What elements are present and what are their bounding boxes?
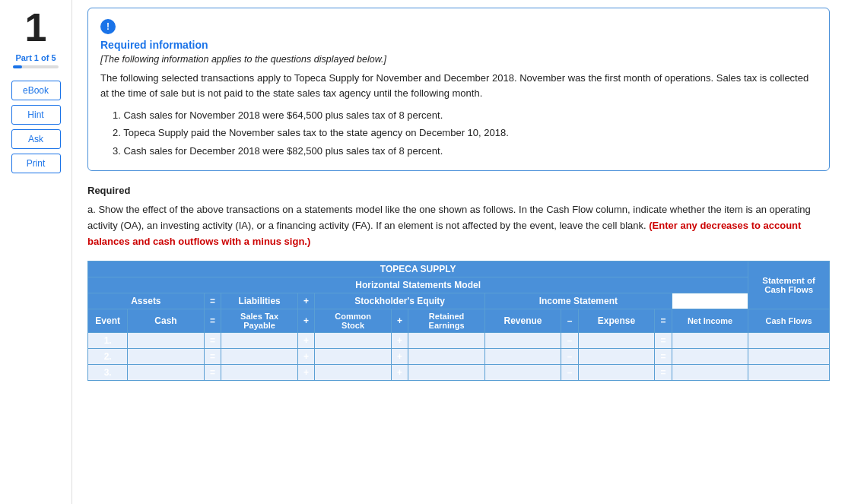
common-stock-field-3[interactable] <box>318 367 387 378</box>
plus-3b: + <box>391 364 408 380</box>
event-3: 3. <box>88 364 128 380</box>
revenue-field-3[interactable] <box>488 367 558 378</box>
revenue-input-1[interactable] <box>484 332 561 348</box>
cashflow-field-3[interactable] <box>751 367 826 378</box>
th-liabilities: Liabilities <box>221 293 297 309</box>
statements-table: TOPECA SUPPLY Statement of Cash Flows Ho… <box>87 261 830 381</box>
table-row: 3. = + + – = <box>88 364 830 380</box>
cash-field-3[interactable] <box>131 367 200 378</box>
revenue-field-2[interactable] <box>488 351 558 362</box>
main-content: ! Required information [The following in… <box>72 0 845 504</box>
required-section: Required a. Show the effect of the above… <box>87 185 830 249</box>
eq-3b: = <box>655 364 672 380</box>
plus-1: + <box>297 332 315 348</box>
expense-field-2[interactable] <box>582 351 651 362</box>
sales-tax-field-1[interactable] <box>224 335 294 346</box>
cashflow-input-1[interactable] <box>748 332 830 348</box>
common-stock-input-2[interactable] <box>315 348 391 364</box>
common-stock-field-1[interactable] <box>318 335 387 346</box>
info-body: The following selected transactions appl… <box>100 71 817 100</box>
th-cash-flows-sub: Cash Flows <box>748 309 830 332</box>
part-label: Part 1 of 5 <box>15 53 56 62</box>
cashflow-field-2[interactable] <box>751 351 826 362</box>
info-icon: ! <box>100 19 116 34</box>
event-2: 2. <box>88 348 128 364</box>
eq-1b: = <box>655 332 672 348</box>
cash-input-3[interactable] <box>128 364 204 380</box>
cashflow-input-2[interactable] <box>748 348 830 364</box>
eq-1: = <box>204 332 221 348</box>
th-retained-earnings: RetainedEarnings <box>408 309 484 332</box>
equals-op-3: = <box>655 309 672 332</box>
equals-op-2: = <box>204 309 221 332</box>
table-row: 2. = + + – = <box>88 348 830 364</box>
sales-tax-input-2[interactable] <box>221 348 297 364</box>
revenue-field-1[interactable] <box>488 335 558 346</box>
cashflow-input-3[interactable] <box>748 364 830 380</box>
minus-2: – <box>561 348 579 364</box>
th-expense: Expense <box>578 309 654 332</box>
retained-earnings-field-2[interactable] <box>411 351 481 362</box>
retained-earnings-field-1[interactable] <box>411 335 481 346</box>
plus-op-3: + <box>391 309 408 332</box>
retained-earnings-input-2[interactable] <box>408 348 484 364</box>
plus-op-1: + <box>297 293 315 309</box>
list-item: 1. Cash sales for November 2018 were $64… <box>113 106 817 124</box>
common-stock-field-2[interactable] <box>318 351 387 362</box>
ask-button[interactable]: Ask <box>11 129 61 149</box>
retained-earnings-field-3[interactable] <box>411 367 481 378</box>
event-1: 1. <box>88 332 128 348</box>
th-cashflows: Statement of Cash Flows <box>748 261 830 309</box>
cash-input-2[interactable] <box>128 348 204 364</box>
info-list: 1. Cash sales for November 2018 were $64… <box>113 106 817 160</box>
sidebar: 1 Part 1 of 5 eBook Hint Ask Print <box>0 0 72 504</box>
th-assets: Assets <box>88 293 205 309</box>
table-wrapper: TOPECA SUPPLY Statement of Cash Flows Ho… <box>87 261 830 381</box>
plus-2b: + <box>391 348 408 364</box>
expense-field-3[interactable] <box>582 367 651 378</box>
info-box: ! Required information [The following in… <box>87 8 830 171</box>
th-revenue: Revenue <box>484 309 561 332</box>
plus-3: + <box>297 364 315 380</box>
hint-button[interactable]: Hint <box>11 105 61 125</box>
list-item: 3. Cash sales for December 2018 were $82… <box>113 142 817 160</box>
th-sales-tax-payable: Sales TaxPayable <box>221 309 297 332</box>
cash-field-2[interactable] <box>131 351 200 362</box>
net-income-field-2[interactable] <box>675 351 745 362</box>
table-company-title: TOPECA SUPPLY <box>88 261 748 277</box>
ebook-button[interactable]: eBook <box>11 81 61 100</box>
net-income-input-1[interactable] <box>672 332 748 348</box>
net-income-input-3[interactable] <box>672 364 748 380</box>
expense-input-3[interactable] <box>578 364 654 380</box>
eq-2: = <box>204 348 221 364</box>
info-subtitle: [The following information applies to th… <box>100 54 817 65</box>
net-income-field-3[interactable] <box>675 367 745 378</box>
th-net-income: Net Income <box>672 309 748 332</box>
progress-bar-container <box>13 65 59 68</box>
list-item: 2. Topeca Supply paid the November sales… <box>113 124 817 141</box>
common-stock-input-1[interactable] <box>315 332 391 348</box>
th-event: Event <box>88 309 128 332</box>
sales-tax-field-2[interactable] <box>224 351 294 362</box>
sales-tax-input-1[interactable] <box>221 332 297 348</box>
retained-earnings-input-3[interactable] <box>408 364 484 380</box>
net-income-field-1[interactable] <box>675 335 745 346</box>
eq-3: = <box>204 364 221 380</box>
expense-input-1[interactable] <box>578 332 654 348</box>
net-income-input-2[interactable] <box>672 348 748 364</box>
eq-2b: = <box>655 348 672 364</box>
required-label: Required <box>87 185 830 196</box>
cashflow-field-1[interactable] <box>751 335 826 346</box>
table-model-label: Horizontal Statements Model <box>88 277 748 293</box>
expense-field-1[interactable] <box>582 335 651 346</box>
sales-tax-input-3[interactable] <box>221 364 297 380</box>
cash-input-1[interactable] <box>128 332 204 348</box>
print-button[interactable]: Print <box>11 154 61 173</box>
revenue-input-2[interactable] <box>484 348 561 364</box>
sales-tax-field-3[interactable] <box>224 367 294 378</box>
expense-input-2[interactable] <box>578 348 654 364</box>
retained-earnings-input-1[interactable] <box>408 332 484 348</box>
common-stock-input-3[interactable] <box>315 364 391 380</box>
cash-field-1[interactable] <box>131 335 200 346</box>
revenue-input-3[interactable] <box>484 364 561 380</box>
